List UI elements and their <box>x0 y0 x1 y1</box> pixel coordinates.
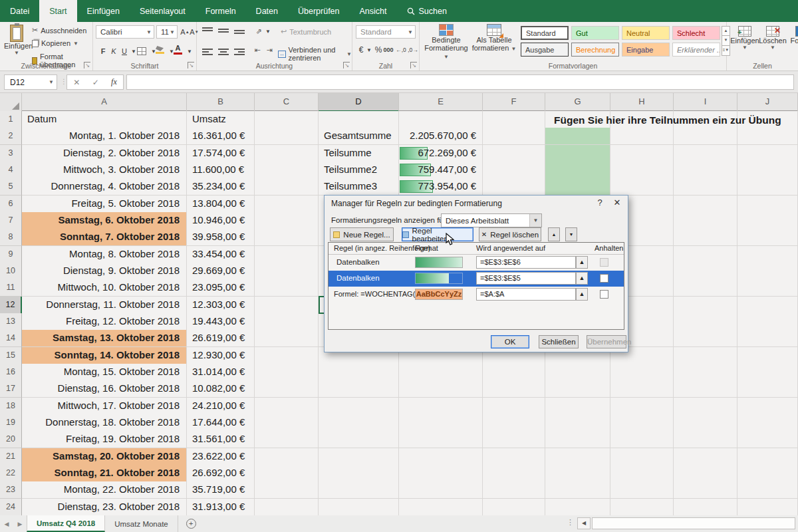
cancel-icon[interactable]: ✕ <box>73 78 80 87</box>
cell-G5[interactable] <box>545 178 610 196</box>
row-header-21[interactable]: 21 <box>0 448 22 466</box>
cell-E20[interactable] <box>399 431 483 448</box>
cell-D19[interactable] <box>319 414 399 432</box>
paste-button[interactable]: Einfügen ▼ <box>4 25 29 62</box>
help-button[interactable]: ? <box>591 196 609 210</box>
cell-F22[interactable] <box>483 465 545 482</box>
cell-B11[interactable]: 23.095,00 € <box>187 279 255 297</box>
cell-J10[interactable] <box>737 263 798 280</box>
cell-J7[interactable] <box>737 212 798 229</box>
cell-B24[interactable]: 31.913,00 € <box>187 499 255 515</box>
enter-icon[interactable]: ✓ <box>92 78 99 87</box>
cell-F1[interactable] <box>483 111 545 128</box>
decrease-indent-button[interactable]: ⇤ <box>251 43 263 57</box>
style-berechnung[interactable]: Berechnung <box>571 43 619 57</box>
cell-A6[interactable]: Freitag, 5. Oktober 2018 <box>22 196 187 213</box>
delete-cells-button[interactable]: ✕ Löschen ▼ <box>757 26 788 51</box>
cell-A14[interactable]: Samstag, 13. Oktober 2018 <box>22 330 187 347</box>
cell-H18[interactable] <box>610 398 674 415</box>
row-header-3[interactable]: 3 <box>0 145 22 162</box>
font-color-button[interactable]: A <box>174 45 182 55</box>
note-cell-g1[interactable]: Fügen Sie hier ihre Teilnummen ein zur Ü… <box>545 112 797 128</box>
cell-I16[interactable] <box>674 364 737 381</box>
cell-C5[interactable] <box>255 178 319 196</box>
cell-D22[interactable] <box>319 465 399 482</box>
column-header-H[interactable]: H <box>610 93 674 112</box>
cell-F21[interactable] <box>483 448 545 466</box>
applies-to-range-2[interactable]: =$E$3:$E$5 <box>476 272 576 285</box>
cell-F17[interactable] <box>483 380 545 398</box>
rule-row-databar-2-selected[interactable]: Datenbalken =$E$3:$E$5 ▲ <box>329 271 624 287</box>
cell-E4[interactable]: 759.447,00 € <box>399 162 483 179</box>
cell-C24[interactable] <box>255 499 319 515</box>
sheet-nav-left-icon[interactable]: ◀ <box>0 515 13 532</box>
row-header-12[interactable]: 12 <box>0 297 22 314</box>
cell-F2[interactable] <box>483 128 545 145</box>
cell-B6[interactable]: 13.804,00 € <box>187 196 255 213</box>
cell-I2[interactable] <box>674 128 737 145</box>
cell-D2[interactable]: Gesamtsumme <box>319 128 399 145</box>
cell-I8[interactable] <box>674 229 737 246</box>
cell-D18[interactable] <box>319 398 399 415</box>
tab-daten[interactable]: Daten <box>246 0 288 22</box>
cell-C13[interactable] <box>255 313 319 331</box>
cell-E1[interactable] <box>399 111 483 128</box>
cell-G22[interactable] <box>545 465 610 482</box>
hscroll-track[interactable] <box>592 517 795 529</box>
cell-J16[interactable] <box>737 364 798 381</box>
cell-J17[interactable] <box>737 380 798 398</box>
tab-start[interactable]: Start <box>39 0 76 22</box>
sheet-tab-umsatz-monate[interactable]: Umsatz Monate <box>105 515 178 532</box>
cell-H19[interactable] <box>610 414 674 432</box>
move-rule-up-button[interactable]: ▲ <box>548 227 560 241</box>
cell-C9[interactable] <box>255 246 319 263</box>
borders-icon[interactable] <box>137 47 146 55</box>
select-all-corner[interactable] <box>0 93 22 112</box>
cell-G4[interactable] <box>545 162 610 179</box>
increase-indent-button[interactable]: ⇥ <box>263 43 275 57</box>
cell-E22[interactable] <box>399 465 483 482</box>
cell-J14[interactable] <box>737 330 798 347</box>
align-middle-icon[interactable] <box>218 29 229 36</box>
row-header-22[interactable]: 22 <box>0 465 22 482</box>
cell-G21[interactable] <box>545 448 610 466</box>
cell-H23[interactable] <box>610 481 674 499</box>
cell-D24[interactable] <box>319 499 399 515</box>
cell-A16[interactable]: Montag, 15. Oktober 2018 <box>22 364 187 381</box>
cell-D21[interactable] <box>319 448 399 466</box>
edit-rule-button[interactable]: Regel bearbeiten... <box>402 227 473 241</box>
cut-button[interactable]: ✂Ausschneiden <box>32 26 86 35</box>
cell-D16[interactable] <box>319 364 399 381</box>
cell-D4[interactable]: Teilsumme2 <box>319 162 399 179</box>
cell-C17[interactable] <box>255 380 319 398</box>
cell-I4[interactable] <box>674 162 737 179</box>
row-header-5[interactable]: 5 <box>0 178 22 196</box>
alignment-dialog-launcher[interactable]: ↘ <box>343 62 350 68</box>
cell-H2[interactable] <box>610 128 674 145</box>
cell-J21[interactable] <box>737 448 798 466</box>
cell-G24[interactable] <box>545 499 610 515</box>
cell-D23[interactable] <box>319 481 399 499</box>
cell-F4[interactable] <box>483 162 545 179</box>
cell-J20[interactable] <box>737 431 798 448</box>
cell-C15[interactable] <box>255 347 319 364</box>
cell-C10[interactable] <box>255 263 319 280</box>
cell-B12[interactable]: 12.303,00 € <box>187 297 255 314</box>
cell-J24[interactable] <box>737 499 798 515</box>
row-header-6[interactable]: 6 <box>0 196 22 213</box>
cell-I3[interactable] <box>674 145 737 162</box>
cell-B15[interactable]: 12.930,00 € <box>187 347 255 364</box>
row-header-4[interactable]: 4 <box>0 162 22 179</box>
row-header-13[interactable]: 13 <box>0 313 22 331</box>
row-header-20[interactable]: 20 <box>0 431 22 448</box>
font-name-combo[interactable]: Calibri▼ <box>96 25 154 39</box>
cell-E18[interactable] <box>399 398 483 415</box>
cell-H5[interactable] <box>610 178 674 196</box>
tab-seitenlayout[interactable]: Seitenlayout <box>130 0 196 22</box>
style-gut[interactable]: Gut <box>571 26 619 40</box>
insert-function-icon[interactable]: fx <box>111 77 117 87</box>
column-header-E[interactable]: E <box>399 93 483 112</box>
cell-J12[interactable] <box>737 297 798 314</box>
scrollbar-resize-handle[interactable]: ⋮ <box>567 518 575 527</box>
column-header-A[interactable]: A <box>22 93 187 112</box>
